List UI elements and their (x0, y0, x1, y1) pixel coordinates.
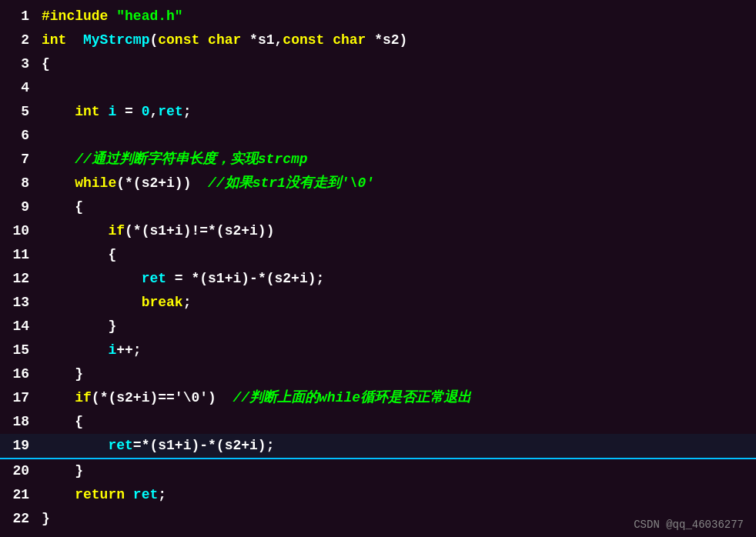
line-num-18: 18 (8, 410, 29, 434)
line-num-15: 15 (8, 339, 29, 362)
line-content-18: { (42, 410, 748, 434)
line-content-1: #include "head.h" (42, 5, 748, 28)
line-num-20: 20 (8, 459, 29, 483)
line-content-2: int MyStrcmp(const char *s1,const char *… (42, 28, 748, 52)
code-line-8: 8 while(*(s2+i)) //如果str1没有走到'\0' (0, 172, 756, 195)
line-content-8: while(*(s2+i)) //如果str1没有走到'\0' (42, 172, 748, 195)
line-content-9: { (42, 195, 748, 219)
line-num-21: 21 (8, 483, 29, 507)
line-content-13: break; (42, 291, 748, 315)
line-content-5: int i = 0,ret; (42, 100, 748, 124)
code-line-14: 14 } (0, 315, 756, 339)
code-line-6: 6 (0, 124, 756, 148)
line-content-21: return ret; (42, 483, 748, 507)
line-content-17: if(*(s2+i)=='\0') //判断上面的while循环是否正常退出 (42, 386, 748, 410)
line-num-11: 11 (8, 243, 29, 267)
code-line-12: 12 ret = *(s1+i)-*(s2+i); (0, 267, 756, 291)
watermark: CSDN @qq_46036277 (634, 519, 744, 531)
line-content-15: i++; (42, 339, 748, 362)
code-line-17: 17 if(*(s2+i)=='\0') //判断上面的while循环是否正常退… (0, 386, 756, 410)
line-num-10: 10 (8, 219, 29, 243)
line-num-2: 2 (8, 28, 29, 52)
code-line-15: 15 i++; (0, 339, 756, 362)
code-line-11: 11 { (0, 243, 756, 267)
line-num-17: 17 (8, 386, 29, 410)
line-num-19: 19 (8, 434, 29, 458)
line-content-16: } (42, 362, 748, 386)
code-line-7: 7 //通过判断字符串长度，实现strcmp (0, 148, 756, 172)
line-content-10: if(*(s1+i)!=*(s2+i)) (42, 219, 748, 243)
code-line-16: 16 } (0, 362, 756, 386)
line-num-1: 1 (8, 5, 29, 28)
code-line-4: 4 (0, 76, 756, 100)
line-content-19: ret=*(s1+i)-*(s2+i); (42, 434, 748, 458)
code-line-13: 13 break; (0, 291, 756, 315)
line-content-3: { (42, 52, 748, 76)
line-num-6: 6 (8, 124, 29, 148)
line-num-22: 22 (8, 507, 29, 531)
line-content-20: } (42, 459, 748, 483)
line-num-4: 4 (8, 76, 29, 100)
code-line-10: 10 if(*(s1+i)!=*(s2+i)) (0, 219, 756, 243)
line-num-16: 16 (8, 362, 29, 386)
line-num-12: 12 (8, 267, 29, 291)
code-line-20: 20 } (0, 459, 756, 483)
line-content-11: { (42, 243, 748, 267)
line-num-9: 9 (8, 195, 29, 219)
line-num-5: 5 (8, 100, 29, 124)
code-line-1: 1 #include "head.h" (0, 5, 756, 28)
code-line-9: 9 { (0, 195, 756, 219)
line-num-3: 3 (8, 52, 29, 76)
line-content-7: //通过判断字符串长度，实现strcmp (42, 148, 748, 172)
code-line-5: 5 int i = 0,ret; (0, 100, 756, 124)
line-num-7: 7 (8, 148, 29, 172)
code-line-21: 21 return ret; (0, 483, 756, 507)
code-line-3: 3 { (0, 52, 756, 76)
code-editor: 1 #include "head.h" 2 int MyStrcmp(const… (0, 0, 756, 537)
line-num-13: 13 (8, 291, 29, 315)
line-num-8: 8 (8, 172, 29, 195)
line-num-14: 14 (8, 315, 29, 339)
line-content-12: ret = *(s1+i)-*(s2+i); (42, 267, 748, 291)
code-line-2: 2 int MyStrcmp(const char *s1,const char… (0, 28, 756, 52)
code-line-18: 18 { (0, 410, 756, 434)
line-content-14: } (42, 315, 748, 339)
code-line-19: 19 ret=*(s1+i)-*(s2+i); (0, 434, 756, 459)
